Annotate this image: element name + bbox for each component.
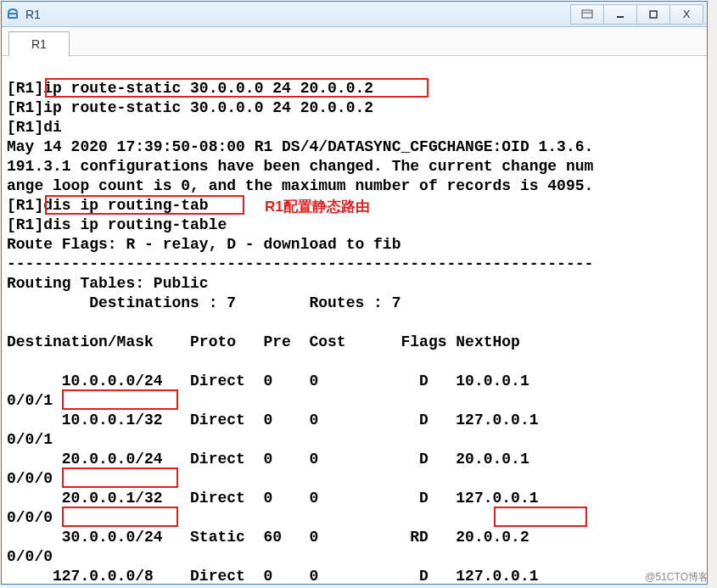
terminal-line: Destination/Mask Proto Pre Cost Flags Ne… [7, 333, 520, 350]
terminal-line: 191.3.1 configurations have been changed… [7, 158, 593, 175]
menu-button[interactable] [570, 4, 604, 25]
terminal-output[interactable]: [R1]ip route-static 30.0.0.0 24 20.0.0.2… [2, 56, 707, 584]
app-icon [5, 7, 20, 22]
terminal-line: 0/0/1 [7, 431, 53, 448]
terminal-line: 30.0.0.0/24 Static 60 0 RD 20.0.0.2 [7, 529, 529, 546]
terminal-line: 10.0.0.0/24 Direct 0 0 D 10.0.0.1 [7, 372, 529, 389]
svg-rect-1 [9, 14, 16, 17]
terminal-line: [R1]dis ip routing-tab [7, 197, 209, 214]
terminal-line: 0/0/0 [7, 548, 53, 565]
terminal-line: Route Flags: R - relay, D - download to … [7, 236, 401, 253]
tab-r1[interactable]: R1 [8, 31, 70, 56]
window-title: R1 [25, 8, 571, 21]
highlight-box-dest1 [62, 389, 178, 410]
terminal-line: 0/0/1 [7, 392, 53, 409]
tab-bar: R1 [2, 27, 707, 56]
maximize-button[interactable] [636, 4, 670, 25]
terminal-line: 0/0/0 [7, 470, 53, 487]
terminal-line: ange loop count is 0, and the maximum nu… [7, 177, 593, 194]
svg-rect-2 [582, 10, 592, 18]
highlight-box-dest2 [62, 468, 178, 488]
annotation-label: R1配置静态路由 [265, 197, 370, 216]
terminal-line: Destinations : 7 Routes : 7 [7, 294, 401, 311]
terminal-line: 10.0.0.1/32 Direct 0 0 D 127.0.0.1 [7, 412, 539, 428]
highlight-box-dest3 [62, 507, 178, 527]
minimize-button[interactable] [603, 4, 637, 25]
watermark: @51CTO博客 [645, 570, 709, 585]
terminal-line: [R1]ip route-static 30.0.0.0 24 20.0.0.2 [7, 80, 373, 97]
highlight-box-nexthop [494, 507, 587, 527]
terminal-line: Routing Tables: Public [7, 275, 209, 292]
terminal-line: [R1]ip route-static 30.0.0.0 24 20.0.0.2 [7, 99, 373, 116]
terminal-line: 0/0/0 [7, 509, 53, 526]
terminal-line: 20.0.0.1/32 Direct 0 0 D 127.0.0.1 [7, 490, 539, 507]
terminal-line: 20.0.0.0/24 Direct 0 0 D 20.0.0.1 [7, 451, 529, 468]
close-button[interactable]: X [669, 4, 703, 25]
svg-rect-5 [650, 11, 657, 18]
terminal-window: R1 X R1 [R1]ip route-static 30.0.0.0 24 … [1, 1, 708, 585]
window-controls: X [571, 4, 703, 25]
titlebar[interactable]: R1 X [2, 2, 707, 27]
terminal-line: [R1]dis ip routing-table [7, 216, 227, 233]
terminal-line: [R1]di [7, 119, 62, 136]
terminal-line: May 14 2020 17:39:50-08:00 R1 DS/4/DATAS… [7, 138, 593, 155]
terminal-line: ----------------------------------------… [7, 255, 593, 272]
terminal-line: 127.0.0.0/8 Direct 0 0 D 127.0.0.1 [7, 568, 539, 584]
